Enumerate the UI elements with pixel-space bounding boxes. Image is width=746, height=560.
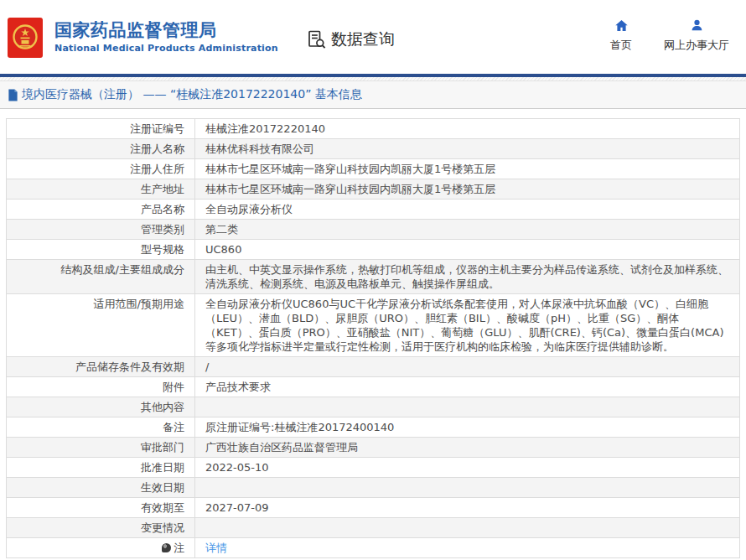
row-value: 桂林市七星区环城南一路穿山科技园内凯丽大厦1号楼第五层	[195, 179, 739, 199]
row-label: 注册证编号	[7, 119, 195, 138]
info-table: 注册证编号桂械注准20172220140注册人名称桂林优科科技有限公司注册人住所…	[6, 118, 740, 558]
data-query-tab[interactable]: 数据查询	[307, 29, 395, 50]
row-value: 桂林市七星区环城南一路穿山科技园内凯丽大厦1号楼第五层	[195, 159, 739, 179]
table-row: 其他内容	[7, 397, 739, 417]
table-row: 生效日期	[7, 478, 739, 498]
row-value: 2027-07-09	[195, 498, 739, 517]
row-label: 注册人住所	[7, 159, 195, 179]
row-label: 注	[7, 538, 195, 557]
table-row: 附件产品技术要求	[7, 377, 739, 397]
note-icon	[162, 543, 171, 552]
table-row: 有效期至2027-07-09	[7, 498, 739, 518]
table-row: 审批部门广西壮族自治区药品监督管理局	[7, 438, 739, 458]
table-row: 注详情	[7, 538, 739, 558]
table-row: 产品名称全自动尿液分析仪	[7, 200, 739, 220]
row-value: 产品技术要求	[195, 377, 739, 397]
row-label: 结构及组成/主要组成成分	[7, 260, 195, 293]
row-value	[195, 397, 739, 417]
row-value: 全自动尿液分析仪	[195, 200, 739, 219]
row-label: 产品储存条件及有效期	[7, 357, 195, 376]
row-value: 第二类	[195, 220, 739, 239]
row-value: 由主机、中英文显示操作系统，热敏打印机等组成，仪器的主机主要分为样品传递系统、试…	[195, 260, 739, 293]
top-nav: 首页 网上办事大厅	[610, 18, 729, 53]
row-value: 详情	[195, 538, 739, 557]
table-row: 注册人住所桂林市七星区环城南一路穿山科技园内凯丽大厦1号楼第五层	[7, 159, 739, 179]
row-value: 全自动尿液分析仪UC860与UC干化学尿液分析试纸条配套使用，对人体尿液中抗坏血…	[195, 294, 739, 356]
row-label: 产品名称	[7, 200, 195, 219]
table-row: 结构及组成/主要组成成分由主机、中英文显示操作系统，热敏打印机等组成，仪器的主机…	[7, 260, 739, 294]
row-value: 原注册证编号:桂械注准20172400140	[195, 417, 739, 437]
row-value: /	[195, 357, 739, 376]
nmpa-logo[interactable]	[8, 18, 43, 58]
row-value: 2022-05-10	[195, 458, 739, 477]
row-label: 生效日期	[7, 478, 195, 497]
document-icon	[8, 89, 22, 101]
table-row: 管理类别第二类	[7, 220, 739, 240]
table-row: 生产地址桂林市七星区环城南一路穿山科技园内凯丽大厦1号楼第五层	[7, 179, 739, 200]
row-value: UC860	[195, 240, 739, 259]
table-row: 注册证编号桂械注准20172220140	[7, 119, 739, 139]
breadcrumb: 境内医疗器械（注册） —— “桂械注准20172220140” 基本信息	[0, 81, 746, 109]
table-row: 备注原注册证编号:桂械注准20172400140	[7, 417, 739, 438]
row-label: 其他内容	[7, 397, 195, 417]
row-label: 型号规格	[7, 240, 195, 259]
row-label: 变更情况	[7, 518, 195, 537]
breadcrumb-text: 境内医疗器械（注册） —— “桂械注准20172220140” 基本信息	[22, 87, 362, 102]
user-icon	[690, 18, 704, 38]
data-query-label: 数据查询	[331, 29, 395, 50]
row-label: 适用范围/预期用途	[7, 294, 195, 356]
agency-name-en: National Medical Products Administration	[54, 43, 278, 54]
content-area: 注册证编号桂械注准20172220140注册人名称桂林优科科技有限公司注册人住所…	[0, 109, 746, 558]
home-icon	[614, 18, 629, 38]
row-value	[195, 518, 739, 537]
table-row: 适用范围/预期用途全自动尿液分析仪UC860与UC干化学尿液分析试纸条配套使用，…	[7, 294, 739, 357]
row-label: 备注	[7, 417, 195, 437]
table-row: 批准日期2022-05-10	[7, 458, 739, 478]
agency-name-cn: 国家药品监督管理局	[54, 20, 278, 40]
agency-title-block: 国家药品监督管理局 National Medical Products Admi…	[54, 20, 278, 54]
row-label: 批准日期	[7, 458, 195, 477]
row-label: 管理类别	[7, 220, 195, 239]
table-row: 型号规格UC860	[7, 240, 739, 260]
row-label: 有效期至	[7, 498, 195, 517]
detail-link[interactable]: 详情	[205, 542, 227, 554]
row-label: 注册人名称	[7, 139, 195, 158]
document-search-icon	[307, 29, 331, 49]
table-row: 变更情况	[7, 518, 739, 538]
page-header: 国家药品监督管理局 National Medical Products Admi…	[0, 0, 746, 74]
table-row: 注册人名称桂林优科科技有限公司	[7, 139, 739, 159]
emblem-icon	[11, 21, 39, 54]
nav-home-label: 首页	[610, 38, 632, 53]
nav-item-home[interactable]: 首页	[610, 18, 632, 53]
table-row: 产品储存条件及有效期/	[7, 357, 739, 377]
row-label: 附件	[7, 377, 195, 397]
row-label: 生产地址	[7, 179, 195, 199]
row-value: 桂林优科科技有限公司	[195, 139, 739, 158]
row-label: 审批部门	[7, 438, 195, 457]
nav-hall-label: 网上办事大厅	[664, 38, 729, 53]
nav-item-service-hall[interactable]: 网上办事大厅	[664, 18, 729, 53]
row-value: 桂械注准20172220140	[195, 119, 739, 138]
row-value: 广西壮族自治区药品监督管理局	[195, 438, 739, 457]
row-value	[195, 478, 739, 497]
